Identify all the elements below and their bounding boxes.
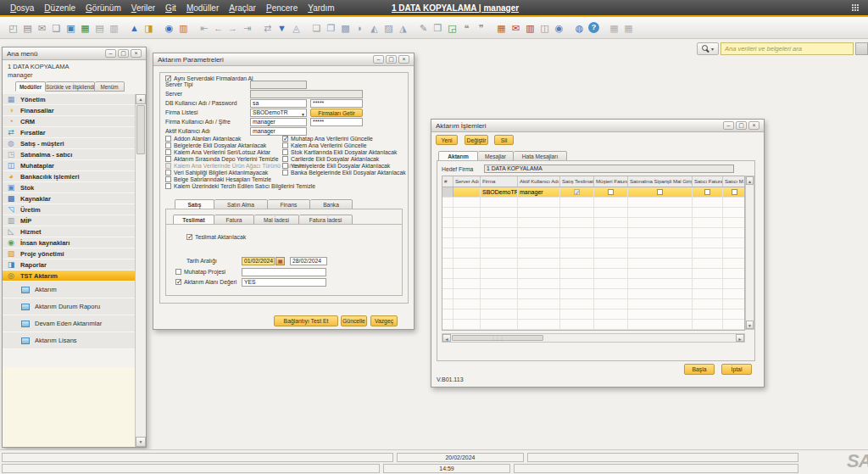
iptal-button[interactable]: İptal xyxy=(721,364,752,375)
help-icon[interactable]: ? xyxy=(588,22,599,33)
calendar-icon[interactable]: ▦ xyxy=(494,21,509,35)
firma-kullanici-adi-sifre-input[interactable]: manager xyxy=(250,118,307,126)
sidebar-item-muhataplar[interactable]: ◫Muhataplar xyxy=(3,160,136,171)
menu-moduller[interactable]: Modüller xyxy=(181,3,224,13)
scroll-left-icon[interactable]: ◄ xyxy=(442,334,451,342)
document-flow-icon[interactable]: ◲ xyxy=(445,21,459,35)
scroll-up-icon[interactable]: ▲ xyxy=(136,94,146,104)
checkbox-muhatap-projesi[interactable] xyxy=(175,269,181,275)
checkbox-yevmiyelerde-ekli-dosyalar-aktarilacak[interactable] xyxy=(282,163,288,169)
column-header-satici-faturasi[interactable]: Satıcı Faturası xyxy=(693,176,723,187)
sidebar-item-satinalma-satici[interactable]: ◳Satınalma - satıcı xyxy=(3,149,136,160)
table-row[interactable] xyxy=(442,299,744,309)
upload-icon[interactable]: ▲ xyxy=(127,21,142,35)
find-icon[interactable]: ◉ xyxy=(162,21,176,35)
sil-button[interactable]: Sil xyxy=(494,135,514,145)
minimize-icon[interactable]: – xyxy=(373,55,384,64)
sidebar-subitem-aktarim-lisans[interactable]: Aktarım Lisans xyxy=(3,332,136,349)
window-grid-icon[interactable] xyxy=(852,4,860,12)
date-to-input[interactable]: 28/02/2024 xyxy=(290,257,327,265)
column-header-satinalma-siparisli-mal-girisi[interactable]: Satınalma Siparişli Mal Girişi xyxy=(628,176,693,187)
column-header-[interactable]: # xyxy=(442,176,453,187)
menu-git[interactable]: Git xyxy=(160,3,181,13)
db-kullanici-adi-password-input-2[interactable]: ***** xyxy=(310,99,363,108)
column-header-aktif-kullanici-adi[interactable]: Aktif Kullanıcı Adı xyxy=(518,176,560,187)
table-row[interactable] xyxy=(442,269,744,279)
checklist-icon[interactable]: ▥ xyxy=(176,21,191,35)
mail-report-icon[interactable]: ✉ xyxy=(509,21,523,35)
aktarim-alani-input[interactable]: YES xyxy=(242,278,326,287)
row-checkbox[interactable] xyxy=(608,189,614,195)
row-checkbox[interactable] xyxy=(704,189,710,195)
basla-button[interactable]: Başla xyxy=(684,364,715,375)
vazgec-button[interactable]: Vazgeç xyxy=(370,315,398,326)
export-excel-icon[interactable]: ▦ xyxy=(78,21,92,35)
calculator-icon[interactable]: ▦ xyxy=(607,21,621,35)
sidebar-item-raporlar[interactable]: ◨Raporlar xyxy=(3,259,136,270)
scroll-right-icon[interactable]: ► xyxy=(736,334,744,342)
hand-tool-icon[interactable]: ◗ xyxy=(353,21,367,35)
baglantiyi-test-et-button[interactable]: Bağlantıyı Test Et xyxy=(274,315,338,326)
copy-icon[interactable]: ❏ xyxy=(309,21,324,35)
close-icon[interactable]: × xyxy=(748,121,760,130)
dashboard-icon[interactable]: ▥ xyxy=(523,21,537,35)
table-row[interactable] xyxy=(442,198,744,208)
export-pdf-icon[interactable]: ▤ xyxy=(92,21,107,35)
maximize-icon[interactable]: ▢ xyxy=(736,121,747,130)
menu-pencere[interactable]: Pencere xyxy=(261,3,303,13)
search-button[interactable]: ▾ xyxy=(697,42,719,55)
sidebar-item-mip[interactable]: ▥MİP xyxy=(3,215,136,226)
close-icon[interactable]: × xyxy=(131,49,142,58)
table-row[interactable] xyxy=(442,279,744,289)
print-layout-icon[interactable]: ▣ xyxy=(64,21,78,35)
search-input[interactable] xyxy=(721,42,854,55)
menu-duzenle[interactable]: Düzenle xyxy=(39,3,81,13)
table-row[interactable] xyxy=(442,259,744,269)
copy-table-icon[interactable]: ▩ xyxy=(338,21,353,35)
checkbox-veri-sahipligi-bilgileri-aktarilmayacak[interactable] xyxy=(165,170,171,176)
sidebar-item-satis-musteri[interactable]: ◍Satış - müşteri xyxy=(3,138,136,149)
table-row[interactable] xyxy=(442,289,744,299)
column-header-satis-teslimat[interactable]: Satış Teslimat xyxy=(560,176,594,187)
filter-icon[interactable]: ▼ xyxy=(275,21,289,35)
sidebar-item-kaynaklar[interactable]: ▩Kaynaklar xyxy=(3,193,136,204)
email-icon[interactable]: ✉ xyxy=(35,21,49,35)
checkbox-muhatap-ana-verilerini-guncelle[interactable] xyxy=(282,136,288,142)
table-row[interactable] xyxy=(442,320,744,330)
chat-icon[interactable]: ❞ xyxy=(474,21,488,35)
sidebar-item-yonetim[interactable]: ▦Yönetim xyxy=(3,94,136,105)
checkbox-aktarim-alani-degeri[interactable] xyxy=(175,279,181,285)
column-header-server-adi[interactable]: Server Adı xyxy=(453,176,481,187)
org-chart-icon[interactable]: ◫ xyxy=(537,21,552,35)
sidebar-item-insan-kaynaklari[interactable]: ◉İnsan kaynakları xyxy=(3,237,136,248)
paste-icon[interactable]: ❐ xyxy=(324,21,338,35)
preview-icon[interactable]: ◰ xyxy=(6,21,20,35)
checkbox-teslimat-aktarilacak[interactable] xyxy=(186,234,192,240)
next-record-icon[interactable]: → xyxy=(225,21,240,35)
sidebar-item-proje-yonetimi[interactable]: ▧Proje yönetimi xyxy=(3,248,136,259)
sidebar-scrollbar[interactable]: ▲ ▼ xyxy=(135,94,146,447)
print-icon[interactable]: ▤ xyxy=(20,21,35,35)
firma-listesi-select[interactable]: SBODemoTR▼ xyxy=(250,109,307,117)
menu-araclar[interactable]: Araçlar xyxy=(224,3,261,13)
sidebar-subitem-devam-eden-aktarimlar[interactable]: Devam Eden Aktarımlar xyxy=(3,315,136,332)
maximize-icon[interactable]: ▢ xyxy=(118,49,129,58)
checkbox-addon-alanlari-aktarilacak[interactable] xyxy=(165,136,171,142)
last-record-icon[interactable]: ⇥ xyxy=(240,21,254,35)
user-icon[interactable]: ◉ xyxy=(552,21,566,35)
checkbox-belge-satirlarindaki-hesaplari-temizle[interactable] xyxy=(165,176,171,182)
column-header-firma[interactable]: Firma xyxy=(481,176,518,187)
sidebar-item-bankacilik-islemleri[interactable]: ◕Bankacılık işlemleri xyxy=(3,171,136,182)
lock-screen-icon[interactable]: ◨ xyxy=(142,21,156,35)
menu-yardim[interactable]: Yardım xyxy=(303,3,340,13)
scrollbar-thumb[interactable] xyxy=(136,105,145,154)
payment-wizard-icon[interactable]: ▦ xyxy=(621,21,636,35)
checkbox-belgelerde-ekli-dosyalar-aktarilacak[interactable] xyxy=(165,142,171,148)
sms-icon[interactable]: ❑ xyxy=(49,21,64,35)
sidebar-item-stok[interactable]: ▣Stok xyxy=(3,182,136,193)
close-icon[interactable]: × xyxy=(398,55,409,64)
firmalari-getir-button[interactable]: Firmaları Getir xyxy=(310,109,363,117)
minimize-icon[interactable]: – xyxy=(723,121,734,130)
sidebar-tab-surukle-ve-iliskilendir[interactable]: Sürükle ve İlişkilendir xyxy=(46,81,95,92)
checkbox-stok-kartlarinda-ekli-dosyalar-aktarilacak[interactable] xyxy=(282,149,288,155)
